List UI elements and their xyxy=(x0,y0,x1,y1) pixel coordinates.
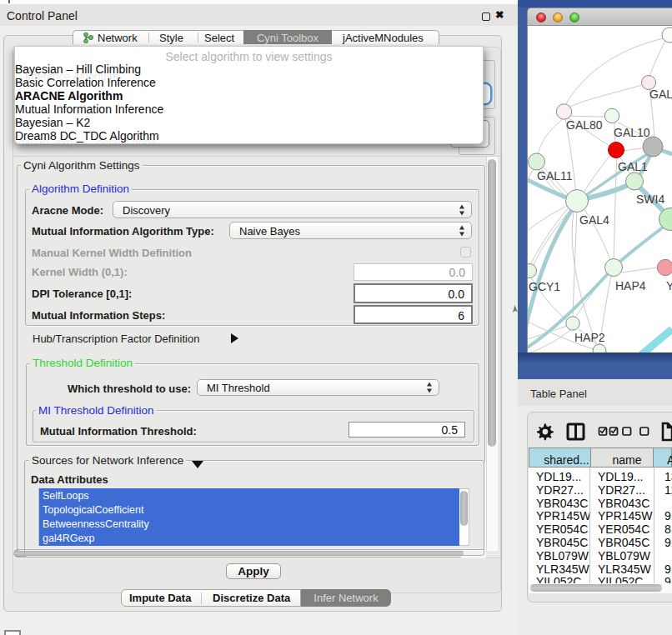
svg-text:HAP2: HAP2 xyxy=(574,331,605,344)
svg-text:GAL2: GAL2 xyxy=(649,88,672,101)
svg-text:Y: Y xyxy=(666,279,672,292)
svg-text:GAL11: GAL11 xyxy=(537,169,573,182)
svg-text:GAL80: GAL80 xyxy=(566,118,603,132)
svg-text:HAP4: HAP4 xyxy=(615,279,646,292)
svg-text:GAL4: GAL4 xyxy=(579,213,609,227)
svg-text:GCY1: GCY1 xyxy=(529,280,560,293)
svg-text:GAL1: GAL1 xyxy=(618,160,648,173)
svg-text:GAL10: GAL10 xyxy=(614,126,650,139)
svg-text:SWI4: SWI4 xyxy=(636,192,664,206)
